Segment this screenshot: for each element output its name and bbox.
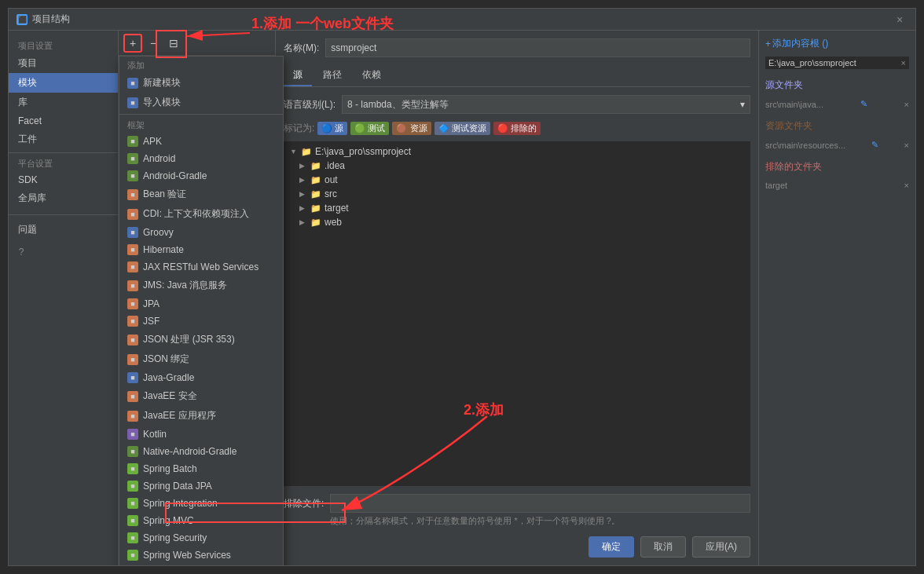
- kotlin-icon: ■: [127, 429, 138, 440]
- dropdown-javaee-security[interactable]: ■ JavaEE 安全: [119, 386, 283, 406]
- jax-icon: ■: [127, 261, 138, 272]
- info-excluded-path: target: [765, 181, 787, 190]
- dropdown-spring-mvc[interactable]: ■ Spring MVC: [119, 512, 283, 529]
- tree-root-arrow: ▼: [290, 148, 298, 155]
- dropdown-bean[interactable]: ■ Bean 验证: [119, 185, 283, 204]
- right-content-panel: 名称(M): 源 路径 依赖 语言级别(L): 8 - lambda、类型注解等…: [276, 31, 758, 565]
- info-excluded-item: target ×: [765, 180, 909, 191]
- javaee-security-icon: ■: [127, 391, 138, 402]
- tab-dependency[interactable]: 依赖: [353, 65, 390, 86]
- info-panel: + 添加内容根 () E:\java_pro\ssmproject × 源文件夹…: [758, 31, 915, 565]
- dropdown-jsf[interactable]: ■ JSF: [119, 313, 283, 330]
- spring-batch-icon: ■: [127, 463, 138, 474]
- dropdown-jax[interactable]: ■ JAX RESTful Web Services: [119, 258, 283, 276]
- tree-src-icon: 📁: [310, 189, 321, 199]
- tab-source[interactable]: 源: [284, 65, 312, 86]
- sidebar-item-module[interactable]: 模块: [9, 73, 118, 93]
- copy-button[interactable]: ⊟: [164, 34, 183, 53]
- apply-button[interactable]: 应用(A): [692, 536, 750, 558]
- sidebar-item-global-lib[interactable]: 全局库: [9, 188, 118, 208]
- tree-out-label: out: [324, 174, 338, 185]
- tree-target[interactable]: ▶ 📁 target: [287, 201, 747, 215]
- dropdown-spring-data-jpa[interactable]: ■ Spring Data JPA: [119, 477, 283, 495]
- dropdown-spring-batch[interactable]: ■ Spring Batch: [119, 460, 283, 477]
- tree-web[interactable]: ▶ 📁 web: [287, 215, 747, 229]
- module-panel: + − ⊟ 📦 ssmproject 添加 ■ 新建模块 ■ 导入: [119, 31, 276, 565]
- dropdown-java-gradle[interactable]: ■ Java-Gradle: [119, 369, 283, 386]
- info-resources-edit[interactable]: ✎: [871, 140, 878, 150]
- add-button[interactable]: +: [123, 34, 142, 53]
- sidebar-item-facet[interactable]: Facet: [9, 112, 118, 130]
- sidebar-item-project[interactable]: 项目: [9, 53, 118, 73]
- info-resources-path: src\main\resources...: [765, 141, 845, 150]
- info-path: E:\java_pro\ssmproject ×: [765, 57, 909, 69]
- badge-test-resource[interactable]: 🔷 测试资源: [434, 122, 490, 135]
- lang-select[interactable]: 8 - lambda、类型注解等 ▾: [342, 95, 750, 114]
- info-path-close[interactable]: ×: [901, 58, 906, 68]
- dropdown-hibernate[interactable]: ■ Hibernate: [119, 241, 283, 258]
- dropdown-android-gradle[interactable]: ■ Android-Gradle: [119, 167, 283, 185]
- help-button[interactable]: ?: [13, 244, 29, 260]
- dropdown-json-bind[interactable]: ■ JSON 绑定: [119, 349, 283, 369]
- dropdown-jpa[interactable]: ■ JPA: [119, 295, 283, 313]
- dropdown-javaee-app[interactable]: ■ JavaEE 应用程序: [119, 406, 283, 426]
- hibernate-icon: ■: [127, 244, 138, 255]
- name-label: 名称(M):: [284, 42, 319, 55]
- dropdown-jms[interactable]: ■ JMS: Java 消息服务: [119, 276, 283, 295]
- dropdown-json353[interactable]: ■ JSON 处理 (JSR 353): [119, 330, 283, 349]
- cancel-button[interactable]: 取消: [640, 536, 686, 558]
- dropdown-cdi[interactable]: ■ CDI: 上下文和依赖项注入: [119, 204, 283, 224]
- tree-src[interactable]: ▶ 📁 src: [287, 187, 747, 201]
- badge-resource[interactable]: 🟤 资源: [392, 122, 431, 135]
- dropdown-android[interactable]: ■ Android: [119, 150, 283, 167]
- exclude-row: 排除文件: 使用；分隔名称模式，对于任意数量的符号使用 *，对于一个符号则使用 …: [284, 494, 750, 527]
- info-excluded-close[interactable]: ×: [904, 181, 909, 190]
- dropdown-kotlin[interactable]: ■ Kotlin: [119, 426, 283, 443]
- tree-target-arrow: ▶: [299, 204, 307, 212]
- sidebar-item-problems[interactable]: 问题: [9, 220, 118, 239]
- dropdown-spring-integration[interactable]: ■ Spring Integration: [119, 495, 283, 512]
- tree-root[interactable]: ▼ 📁 E:\java_pro\ssmproject: [287, 144, 747, 159]
- info-source-edit[interactable]: ✎: [860, 99, 867, 109]
- name-input[interactable]: [325, 38, 750, 57]
- remove-button[interactable]: −: [144, 34, 163, 53]
- confirm-button[interactable]: 确定: [588, 536, 634, 558]
- sidebar-item-sdk[interactable]: SDK: [9, 171, 118, 188]
- dropdown-thymeleaf[interactable]: ■ Thymeleaf: [119, 564, 283, 565]
- tree-out[interactable]: ▶ 📁 out: [287, 173, 747, 187]
- info-add-content-root-btn[interactable]: + 添加内容根 (): [765, 37, 909, 50]
- badge-source[interactable]: 🔵 源: [317, 122, 347, 135]
- sidebar-item-library[interactable]: 库: [9, 93, 118, 112]
- java-gradle-icon: ■: [127, 372, 138, 383]
- dropdown-spring-web-services[interactable]: ■ Spring Web Services: [119, 547, 283, 564]
- close-button[interactable]: ×: [892, 12, 908, 27]
- dropdown-spring-security[interactable]: ■ Spring Security: [119, 529, 283, 547]
- dropdown-new-module[interactable]: ■ 新建模块: [119, 73, 283, 93]
- spring-mvc-icon: ■: [127, 515, 138, 526]
- tree-root-label: E:\java_pro\ssmproject: [315, 146, 411, 157]
- tab-path[interactable]: 路径: [314, 65, 351, 86]
- jsf-icon: ■: [127, 316, 138, 327]
- info-source-close[interactable]: ×: [904, 100, 909, 109]
- lang-arrow: ▾: [740, 99, 745, 110]
- badge-excluded[interactable]: 🔴 排除的: [493, 122, 541, 135]
- dialog-titlebar: ⬛ 项目结构 ×: [9, 9, 915, 31]
- badge-test[interactable]: 🟢 测试: [350, 122, 389, 135]
- dropdown-native-android[interactable]: ■ Native-Android-Gradle: [119, 443, 283, 460]
- apk-icon: ■: [127, 136, 138, 147]
- dropdown-import-module[interactable]: ■ 导入模块: [119, 93, 283, 112]
- platform-settings-label: 平台设置: [9, 152, 118, 171]
- tree-src-label: src: [324, 188, 337, 199]
- spring-web-services-icon: ■: [127, 550, 138, 561]
- dialog-icon: ⬛: [16, 14, 28, 25]
- tabs-row: 源 路径 依赖: [284, 65, 750, 87]
- dropdown-apk[interactable]: ■ APK: [119, 133, 283, 150]
- dropdown-groovy[interactable]: ■ Groovy: [119, 224, 283, 241]
- new-module-icon: ■: [127, 78, 138, 89]
- tree-idea[interactable]: ▶ 📁 .idea: [287, 159, 747, 173]
- name-row: 名称(M):: [284, 38, 750, 57]
- info-resources-title: 资源文件夹: [765, 119, 909, 133]
- info-resources-close[interactable]: ×: [904, 141, 909, 150]
- exclude-input[interactable]: [330, 494, 750, 513]
- sidebar-item-artifact[interactable]: 工件: [9, 130, 118, 149]
